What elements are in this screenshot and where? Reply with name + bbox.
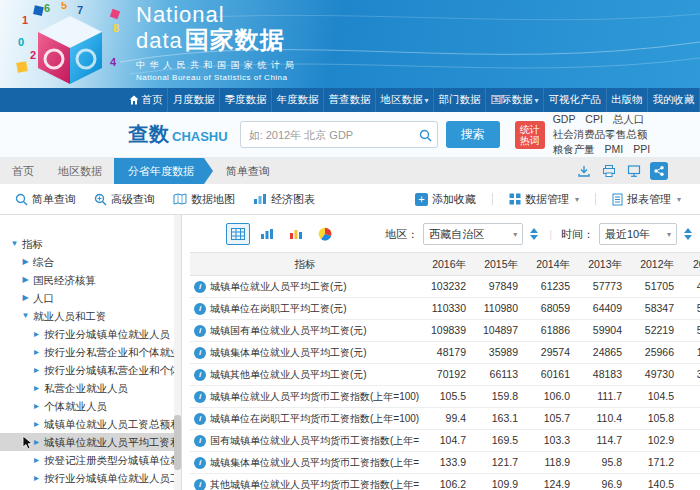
banner-titles: National data国家数据 中华人民共和国国家统计局 National … [136, 3, 298, 82]
table-row[interactable]: 其他城镇单位就业人员平均货币工资指数(上年=100) 106.2 109.9 1… [190, 474, 700, 490]
search-magnifier-icon[interactable] [419, 128, 432, 146]
info-icon[interactable] [194, 413, 206, 425]
tree-item-label: 指标 [22, 235, 43, 253]
value-cell: 25966 [628, 342, 680, 363]
year-column-header[interactable]: 2013年 [576, 253, 628, 275]
download-icon[interactable] [575, 162, 593, 180]
indicator-tree-sidebar: 指标 综合 国民经济核算 人口 [0, 215, 182, 490]
hot-word-link[interactable]: GDP [553, 112, 576, 127]
bar-chart-view-button[interactable] [255, 223, 279, 245]
pie-chart-view-button[interactable] [313, 223, 337, 245]
sidebar-tree-item[interactable]: 按登记注册类型分城镇单位就业人员 [0, 451, 181, 469]
sidebar-tree-item[interactable]: 按行业分私营企业和个体就业人员 [0, 343, 181, 361]
svg-text:2: 2 [30, 49, 36, 61]
data-manage-button[interactable]: 数据管理 [500, 192, 588, 207]
region-updown-icon[interactable] [530, 228, 538, 240]
nav-item[interactable]: 可视化产品 [544, 88, 607, 112]
tree-item-label: 城镇单位就业人员工资总额和指数 [44, 415, 181, 433]
sidebar-tree-item[interactable]: 城镇单位就业人员平均工资和指数 [0, 433, 181, 451]
sidebar-tree-item[interactable]: 个体就业人员 [0, 397, 181, 415]
nav-item[interactable]: 出版物 [607, 88, 649, 112]
hot-word-link[interactable]: 总人口 [613, 112, 645, 127]
table-row[interactable]: 城镇其他单位就业人员平均工资(元) 70192 66113 60161 4818… [190, 364, 700, 386]
info-icon[interactable] [194, 391, 206, 403]
table-row[interactable]: 城镇单位就业人员平均工资(元) 103232 97849 61235 57773… [190, 276, 700, 298]
sidebar-scrollbar[interactable] [174, 215, 181, 490]
sidebar-tree-item[interactable]: 城镇单位就业人员工资总额和指数 [0, 415, 181, 433]
info-icon[interactable] [194, 479, 206, 490]
table-row[interactable]: 城镇单位在岗职工平均货币工资指数(上年=100) 99.4 163.1 105.… [190, 408, 700, 430]
report-manage-button[interactable]: 报表管理 [603, 192, 690, 207]
info-icon[interactable] [194, 457, 206, 469]
region-select[interactable]: 西藏自治区 [423, 223, 523, 245]
tree-item-label: 按行业分城镇私营企业和个体就业人员 [44, 361, 181, 379]
table-row[interactable]: 城镇单位就业人员平均货币工资指数(上年=100) 105.5 159.8 106… [190, 386, 700, 408]
info-icon[interactable] [194, 303, 206, 315]
time-updown-icon[interactable] [684, 228, 692, 240]
info-icon[interactable] [194, 281, 206, 293]
sidebar-tree-item[interactable]: 人口 [0, 289, 181, 307]
hot-word-link[interactable]: PPI [633, 142, 650, 157]
year-column-header[interactable]: 2011年 [680, 253, 700, 275]
simple-query-button[interactable]: 简单查询 [6, 184, 85, 214]
nav-item[interactable]: 我的收藏 [648, 88, 700, 112]
column-chart-view-button[interactable] [284, 223, 308, 245]
breadcrumb-mode[interactable]: 简单查询 [216, 158, 280, 184]
data-map-button[interactable]: 数据地图 [164, 184, 244, 214]
hot-word-link[interactable]: 社会消费品零售总额 [553, 127, 648, 142]
year-column-header[interactable]: 2014年 [524, 253, 576, 275]
value-cell: 110330 [420, 298, 472, 319]
table-row[interactable]: 国有城镇单位就业人员平均货币工资指数(上年=100) 104.7 169.5 1… [190, 430, 700, 452]
hot-word-link[interactable]: 粮食产量 [553, 142, 595, 157]
year-column-header[interactable]: 2016年 [420, 253, 472, 275]
nav-item[interactable]: 普查数据 [324, 88, 376, 112]
search-button[interactable]: 搜索 [446, 121, 500, 148]
info-icon[interactable] [194, 369, 206, 381]
info-icon[interactable] [194, 435, 206, 447]
sidebar-tree-item[interactable]: 国民经济核算 [0, 271, 181, 289]
table-view-button[interactable] [226, 223, 250, 245]
sidebar-tree-item[interactable]: 指标 [0, 235, 181, 253]
nav-item[interactable]: 月度数据 [168, 88, 220, 112]
breadcrumb-home[interactable]: 首页 [0, 158, 46, 184]
advanced-query-button[interactable]: 高级查询 [85, 184, 164, 214]
breadcrumb-active-tab[interactable]: 分省年度数据 [114, 158, 204, 184]
hot-word-link[interactable]: PMI [605, 142, 624, 157]
tree-item-label: 按行业分城镇单位就业人员工资总额 [44, 469, 181, 487]
table-row[interactable]: 城镇国有单位就业人员平均工资(元) 109839 104897 61886 59… [190, 320, 700, 342]
tree-item-label: 就业人员和工资 [33, 307, 107, 325]
search-input[interactable] [241, 122, 437, 147]
year-column-header[interactable]: 2012年 [628, 253, 680, 275]
table-row[interactable]: 城镇单位在岗职工平均工资(元) 110330 110980 68059 6440… [190, 298, 700, 320]
view-and-filter-row: 地区： 西藏自治区 时间： 最近10年 [190, 221, 700, 247]
nav-item[interactable]: 地区数据 [376, 88, 434, 112]
year-column-header[interactable]: 2015年 [472, 253, 524, 275]
table-row[interactable]: 城镇集体单位就业人员平均工资(元) 48179 35989 29574 2486… [190, 342, 700, 364]
sidebar-tree-item[interactable]: 按行业分城镇单位就业人员 [0, 325, 181, 343]
sidebar-tree-item[interactable]: 私营企业就业人员 [0, 379, 181, 397]
scrollbar-thumb[interactable] [174, 415, 181, 470]
monitor-icon[interactable] [625, 162, 643, 180]
sidebar-tree-item[interactable]: 综合 [0, 253, 181, 271]
tree-arrow-icon [32, 361, 41, 379]
nav-item[interactable]: 季度数据 [220, 88, 272, 112]
info-icon[interactable] [194, 325, 206, 337]
indicator-label: 城镇国有单位就业人员平均工资(元) [210, 320, 367, 341]
econ-chart-button[interactable]: 经济图表 [244, 184, 324, 214]
org-name-en: National Bureau of Statistics of China [136, 73, 298, 82]
hot-word-link[interactable]: CPI [585, 112, 603, 127]
sidebar-tree-item[interactable]: 就业人员和工资 [0, 307, 181, 325]
info-icon[interactable] [194, 347, 206, 359]
time-select[interactable]: 最近10年 [599, 223, 677, 245]
nav-item[interactable]: 国际数据 [486, 88, 544, 112]
breadcrumb-section[interactable]: 地区数据 [46, 158, 114, 184]
sidebar-tree-item[interactable]: 按行业分城镇单位就业人员工资总额 [0, 469, 181, 487]
nav-item[interactable]: 首页 [124, 88, 168, 112]
add-favorite-button[interactable]: 添加收藏 [406, 192, 485, 207]
sidebar-tree-item[interactable]: 按行业分城镇私营企业和个体就业人员 [0, 361, 181, 379]
print-icon[interactable] [600, 162, 618, 180]
share-icon[interactable] [650, 162, 668, 180]
table-row[interactable]: 城镇集体单位就业人员平均货币工资指数(上年=100) 133.9 121.7 1… [190, 452, 700, 474]
nav-item[interactable]: 部门数据 [434, 88, 486, 112]
nav-item[interactable]: 年度数据 [272, 88, 324, 112]
